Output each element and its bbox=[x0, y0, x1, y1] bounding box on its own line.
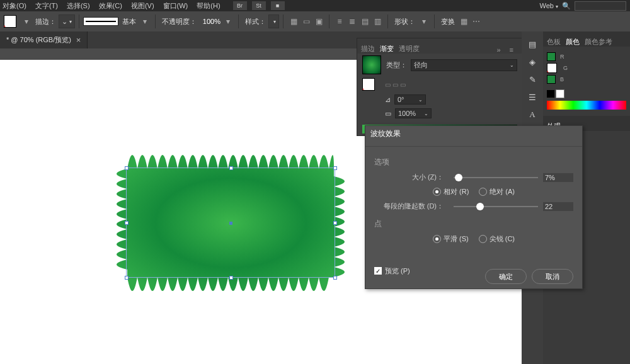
fill-dropdown-icon[interactable]: ▾ bbox=[21, 16, 32, 27]
document-tab[interactable]: * @ 70% (RGB/预览) × bbox=[0, 31, 88, 48]
stroke-swatch[interactable] bbox=[362, 78, 375, 91]
arrange-icon[interactable]: ■ bbox=[271, 1, 285, 10]
gradient-type-label: 类型： bbox=[386, 60, 407, 70]
menu-view[interactable]: 视图(V) bbox=[131, 1, 154, 11]
style-dropdown[interactable]: ▾ bbox=[268, 14, 279, 28]
dist3-icon[interactable]: ▤ bbox=[359, 16, 370, 27]
basic-dropdown-icon[interactable]: ▾ bbox=[139, 16, 151, 27]
gradient-type-dropdown[interactable]: 径向⌄ bbox=[411, 59, 517, 71]
center-point-icon bbox=[229, 222, 232, 225]
dialog-title[interactable]: 波纹效果 bbox=[365, 126, 582, 147]
options-group-label: 选项 bbox=[374, 157, 573, 168]
sel-handle[interactable] bbox=[333, 221, 337, 225]
tab-colorguide[interactable]: 颜色参考 bbox=[585, 37, 612, 47]
gradient-preview-swatch[interactable] bbox=[362, 55, 381, 74]
b-label: B bbox=[560, 76, 566, 82]
close-tab-icon[interactable]: × bbox=[76, 35, 81, 45]
sel-handle[interactable] bbox=[229, 166, 233, 170]
ridges-slider[interactable] bbox=[454, 206, 538, 207]
symbols-icon[interactable]: ☰ bbox=[525, 90, 539, 104]
ratio-icon: ▭ bbox=[385, 110, 391, 118]
size-value[interactable]: 7% bbox=[543, 173, 573, 182]
black-chip[interactable] bbox=[547, 90, 554, 98]
tab-gradient[interactable]: 渐变 bbox=[380, 44, 394, 54]
dist4-icon[interactable]: ▥ bbox=[372, 16, 383, 27]
radio-relative[interactable]: 相对 (R) bbox=[433, 187, 469, 196]
options-bar: ▾ 描边： ⌄▾ 基本 ▾ 不透明度： 100% ▾ 样式： ▾ ▦ ▭ ▣ ≡… bbox=[0, 11, 630, 31]
preview-checkbox[interactable]: ✓预览 (P) bbox=[374, 266, 410, 276]
tab-swatches[interactable]: 色板 bbox=[547, 37, 561, 47]
menu-type[interactable]: 文字(T) bbox=[35, 1, 58, 11]
ridges-label: 每段的隆起数 (D)： bbox=[374, 202, 444, 211]
opacity-dropdown-icon[interactable]: ▾ bbox=[222, 16, 234, 27]
panel-more-icon[interactable]: » bbox=[496, 46, 500, 54]
r-label: R bbox=[560, 54, 566, 60]
type-icon[interactable]: A bbox=[525, 108, 539, 122]
stroke-align-icons[interactable]: ▭ ▭ ▭ bbox=[385, 81, 406, 88]
tab-color[interactable]: 颜色 bbox=[566, 37, 580, 47]
sel-handle[interactable] bbox=[125, 221, 129, 225]
menu-object[interactable]: 对象(O) bbox=[3, 1, 26, 11]
menu-effect[interactable]: 效果(C) bbox=[99, 1, 122, 11]
ok-button[interactable]: 确定 bbox=[485, 269, 527, 284]
sel-handle[interactable] bbox=[333, 166, 337, 170]
stroke-segment-preview[interactable] bbox=[83, 17, 118, 26]
zigzag-dialog: 波纹效果 选项 大小 (Z)： 7% 相对 (R) 绝对 (A) 每段的隆起数 … bbox=[365, 125, 583, 289]
menu-window[interactable]: 窗口(W) bbox=[163, 1, 188, 11]
topright: Web ▾ 🔍 bbox=[536, 0, 626, 11]
style-label: 样式： bbox=[245, 17, 266, 26]
transform-label: 变换 bbox=[441, 17, 455, 26]
dist1-icon[interactable]: ≡ bbox=[334, 16, 345, 27]
spectrum-bar[interactable] bbox=[547, 101, 626, 110]
opacity-label: 不透明度： bbox=[162, 17, 197, 26]
align-icon[interactable]: ▦ bbox=[288, 16, 299, 27]
menu-select[interactable]: 选择(S) bbox=[67, 1, 90, 11]
angle-icon: ⊿ bbox=[385, 96, 391, 104]
shape-label: 形状： bbox=[394, 17, 415, 26]
sel-handle[interactable] bbox=[229, 276, 233, 280]
size-slider[interactable] bbox=[454, 177, 538, 178]
ratio-input[interactable]: 100%⌄ bbox=[395, 108, 432, 118]
properties-icon[interactable]: ▤ bbox=[525, 37, 539, 51]
stock-icon[interactable]: St bbox=[252, 1, 266, 10]
align3-icon[interactable]: ▣ bbox=[313, 16, 324, 27]
transform-icon[interactable]: ▦ bbox=[458, 16, 469, 27]
shape-dropdown-icon[interactable]: ▾ bbox=[418, 16, 430, 27]
sel-handle[interactable] bbox=[125, 166, 129, 170]
workspace-dropdown[interactable]: Web ▾ bbox=[536, 2, 562, 9]
g-label: G bbox=[563, 65, 570, 71]
bridge-icon[interactable]: Br bbox=[233, 1, 247, 10]
tab-transparency[interactable]: 透明度 bbox=[399, 44, 420, 54]
gradient-panel: 描边 渐变 透明度 » ≡ 类型： 径向⌄ ▭ ▭ ▭ ⊿ 0°⌄ ▭ 100%… bbox=[357, 38, 523, 136]
basic-label: 基本 bbox=[122, 17, 136, 26]
more-icon[interactable]: ⋯ bbox=[471, 16, 482, 27]
brushes-icon[interactable]: ✎ bbox=[525, 72, 539, 86]
menu-help[interactable]: 帮助(H) bbox=[197, 1, 220, 11]
stroke-chip[interactable] bbox=[547, 63, 557, 73]
search-icon[interactable]: 🔍 bbox=[562, 2, 571, 10]
white-chip[interactable] bbox=[556, 89, 564, 98]
dist2-icon[interactable]: ≣ bbox=[346, 16, 358, 27]
angle-input[interactable]: 0°⌄ bbox=[394, 94, 426, 105]
panel-menu-icon[interactable]: ≡ bbox=[510, 46, 513, 54]
libraries-icon[interactable]: ◈ bbox=[525, 55, 539, 69]
sel-handle[interactable] bbox=[125, 276, 129, 280]
ridges-value[interactable]: 22 bbox=[543, 202, 573, 211]
radio-absolute[interactable]: 绝对 (A) bbox=[479, 187, 515, 196]
tab-stroke[interactable]: 描边 bbox=[361, 44, 375, 54]
radio-corner[interactable]: 尖锐 (C) bbox=[479, 234, 515, 244]
size-label: 大小 (Z)： bbox=[374, 173, 444, 182]
search-input[interactable] bbox=[575, 1, 626, 11]
opacity-value[interactable]: 100% bbox=[199, 18, 220, 25]
fill-chip[interactable] bbox=[547, 52, 556, 61]
stroke-weight-dropdown[interactable]: ⌄▾ bbox=[59, 14, 75, 28]
stroke-label: 描边： bbox=[35, 17, 56, 26]
sel-handle[interactable] bbox=[333, 276, 337, 280]
radio-smooth[interactable]: 平滑 (S) bbox=[433, 234, 469, 244]
extra-chip[interactable] bbox=[547, 75, 556, 84]
fill-swatch[interactable] bbox=[4, 15, 16, 28]
selected-shape[interactable] bbox=[108, 137, 353, 309]
document-tab-title: * @ 70% (RGB/预览) bbox=[6, 35, 71, 45]
align2-icon[interactable]: ▭ bbox=[301, 16, 312, 27]
cancel-button[interactable]: 取消 bbox=[532, 269, 573, 284]
